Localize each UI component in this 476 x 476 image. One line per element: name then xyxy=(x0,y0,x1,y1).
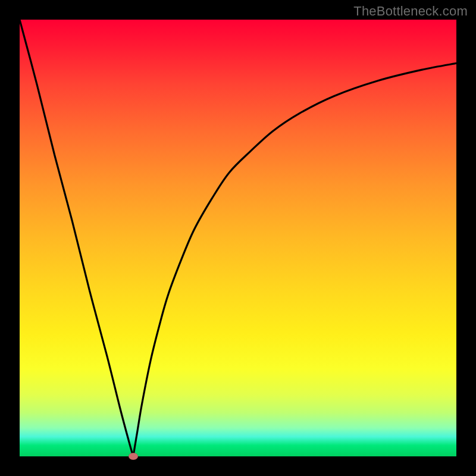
curve-svg xyxy=(20,20,456,456)
watermark-text: TheBottleneck.com xyxy=(353,4,468,19)
plot-area xyxy=(20,20,456,456)
outer-frame: TheBottleneck.com xyxy=(0,0,476,476)
bottleneck-curve xyxy=(20,20,456,456)
min-point-marker xyxy=(129,453,138,460)
